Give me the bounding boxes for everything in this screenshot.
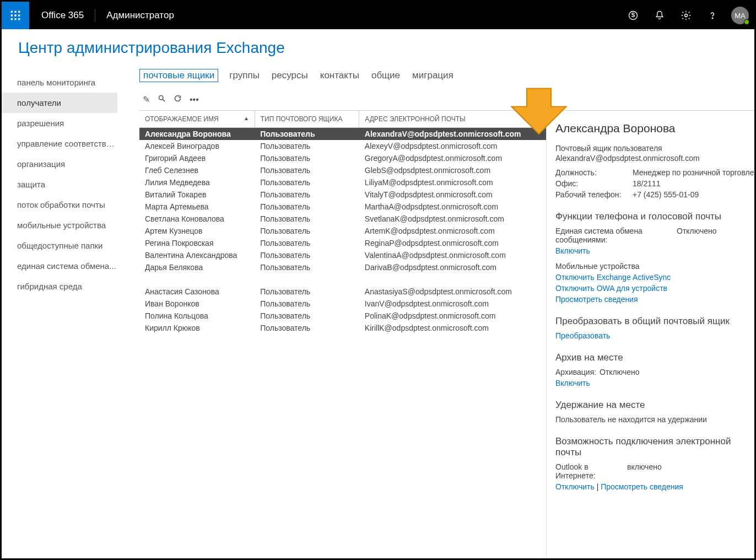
cell-name: Алексей Виноградов <box>139 140 255 152</box>
hold-heading: Удержание на месте <box>555 400 754 411</box>
svg-rect-3 <box>11 14 13 16</box>
refresh-icon[interactable] <box>174 94 182 105</box>
disable-owa-link[interactable]: Отключить OWA для устройств <box>555 284 754 293</box>
svg-point-13 <box>159 96 164 100</box>
brand-label: Office 365 <box>41 10 84 21</box>
table-row[interactable]: Иван ВоронковПользовательIvanV@odpsdptes… <box>139 298 546 310</box>
cell-type: Пользователь <box>255 298 359 310</box>
cell-type: Пользователь <box>255 201 359 213</box>
cell-type: Пользователь <box>255 249 359 261</box>
sidebar-item-5[interactable]: защита <box>2 174 117 195</box>
cell-email: SvetlanaK@odpsdptest.onmicrosoft.com <box>359 213 546 225</box>
svg-rect-5 <box>18 14 20 16</box>
tab-2[interactable]: ресурсы <box>271 69 309 82</box>
sidebar-item-8[interactable]: общедоступные папки <box>2 235 117 256</box>
column-header-0[interactable]: ОТОБРАЖАЕМОЕ ИМЯ▲ <box>139 111 255 128</box>
owa-label: Outlook в Интернете: <box>555 462 627 480</box>
archive-value: Отключено <box>600 368 640 376</box>
cell-email: VitalyT@odpsdptest.onmicrosoft.com <box>359 189 546 201</box>
app-name-label: Администратор <box>95 9 174 22</box>
office-value: 18/2111 <box>633 179 661 188</box>
cell-email: GregoryA@odpsdptest.onmicrosoft.com <box>359 152 546 164</box>
help-icon[interactable] <box>699 2 726 29</box>
cell-name: Глеб Селезнев <box>139 164 255 176</box>
svg-point-11 <box>685 14 688 17</box>
search-icon[interactable] <box>158 94 166 105</box>
disable-activesync-link[interactable]: Отключить Exchange ActiveSync <box>555 273 754 282</box>
table-row <box>139 273 546 286</box>
skype-icon[interactable]: S <box>620 2 646 29</box>
office-label: Офис: <box>555 179 633 188</box>
cell-name: Полина Кольцова <box>139 310 255 322</box>
sidebar-item-9[interactable]: единая система обмена... <box>2 256 117 276</box>
view-details-link[interactable]: Просмотреть сведения <box>555 295 754 304</box>
um-enable-link[interactable]: Включить <box>555 246 754 255</box>
sidebar-item-3[interactable]: управление соответстви... <box>2 133 117 154</box>
cell-email: ArtemK@odpsdptest.onmicrosoft.com <box>359 225 546 237</box>
table-row[interactable]: Кирилл КрюковПользовательKirillK@odpsdpt… <box>139 322 546 334</box>
owa-disable-link[interactable]: Отключить <box>555 482 595 491</box>
sidebar-item-6[interactable]: поток обработки почты <box>2 195 117 215</box>
svg-line-14 <box>163 99 165 101</box>
app-launcher-button[interactable] <box>2 2 29 29</box>
tab-5[interactable]: миграция <box>411 69 455 82</box>
cell-name: Александра Воронова <box>139 128 255 141</box>
tab-0[interactable]: почтовые ящики <box>139 69 218 82</box>
sidebar-item-10[interactable]: гибридная среда <box>2 276 117 297</box>
table-row[interactable]: Александра ВороноваПользовательAlexandra… <box>139 128 546 141</box>
cell-type: Пользователь <box>255 261 359 273</box>
sidebar-item-2[interactable]: разрешения <box>2 113 117 133</box>
svg-rect-2 <box>18 11 20 13</box>
owa-view-details-link[interactable]: Просмотреть сведения <box>601 482 683 491</box>
table-row[interactable]: Марта АртемьеваПользовательMarthaA@odpsd… <box>139 201 546 213</box>
table-row[interactable]: Светлана КоноваловаПользовательSvetlanaK… <box>139 213 546 225</box>
table-row[interactable]: Регина ПокровскаяПользовательReginaP@odp… <box>139 237 546 249</box>
cell-email: LiliyaM@odpsdptest.onmicrosoft.com <box>359 176 546 189</box>
cell-name: Регина Покровская <box>139 237 255 249</box>
cell-email: DarivaB@odpsdptest.onmicrosoft.com <box>359 261 546 273</box>
tab-3[interactable]: контакты <box>319 69 360 82</box>
user-avatar[interactable]: MA <box>731 7 749 24</box>
tabs: почтовые ящикигруппыресурсыконтактыобщие… <box>139 69 754 82</box>
sidebar-item-0[interactable]: панель мониторинга <box>2 72 117 93</box>
table-row[interactable]: Анастасия СазоноваПользовательAnastasiya… <box>139 286 546 298</box>
tab-1[interactable]: группы <box>228 69 261 82</box>
table-row[interactable]: Лилия МедведеваПользовательLiliyaM@odpsd… <box>139 176 546 189</box>
tab-4[interactable]: общие <box>370 69 401 82</box>
table-row[interactable]: Валентина АлександроваПользовательValent… <box>139 249 546 261</box>
svg-rect-6 <box>11 18 13 20</box>
convert-link[interactable]: Преобразовать <box>555 331 754 340</box>
cell-type: Пользователь <box>255 176 359 189</box>
convert-heading: Преобразовать в общий почтовый ящик <box>555 316 754 327</box>
cell-name: Светлана Коновалова <box>139 213 255 225</box>
column-header-1[interactable]: ТИП ПОЧТОВОГО ЯЩИКА <box>255 111 359 128</box>
cell-email: PolinaK@odpsdptest.onmicrosoft.com <box>359 310 546 322</box>
title-value: Менеджер по розничной торговле <box>633 168 754 177</box>
table-row[interactable]: Григорий АвдеевПользовательGregoryA@odps… <box>139 152 546 164</box>
table-row[interactable]: Алексей ВиноградовПользовательAlexeyV@od… <box>139 140 546 152</box>
phone-label: Рабочий телефон: <box>555 190 633 199</box>
sidebar-item-7[interactable]: мобильные устройства <box>2 215 117 235</box>
cell-name: Дарья Белякова <box>139 261 255 273</box>
svg-point-12 <box>712 18 712 18</box>
presence-indicator-icon <box>744 19 749 25</box>
settings-icon[interactable] <box>673 2 699 29</box>
table-row[interactable]: Дарья БеляковаПользовательDarivaB@odpsdp… <box>139 261 546 273</box>
table-row[interactable]: Виталий ТокаревПользовательVitalyT@odpsd… <box>139 189 546 201</box>
sort-asc-icon: ▲ <box>244 115 249 121</box>
table-row[interactable]: Артем КузнецовПользовательArtemK@odpsdpt… <box>139 225 546 237</box>
sidebar-item-4[interactable]: организация <box>2 154 117 174</box>
cell-type: Пользователь <box>255 310 359 322</box>
more-icon[interactable]: ••• <box>190 95 199 105</box>
waffle-icon <box>10 10 21 21</box>
archive-label: Архивация: <box>555 368 600 376</box>
cell-email: AnastasiyaS@odpsdptest.onmicrosoft.com <box>359 286 546 298</box>
notifications-icon[interactable] <box>646 2 673 29</box>
archive-enable-link[interactable]: Включить <box>555 379 754 387</box>
cell-name: Артем Кузнецов <box>139 225 255 237</box>
sidebar-item-1[interactable]: получатели <box>2 93 117 113</box>
edit-icon[interactable]: ✎ <box>143 94 150 105</box>
table-row[interactable]: Полина КольцоваПользовательPolinaK@odpsd… <box>139 310 546 322</box>
table-row[interactable]: Глеб СелезневПользовательGlebS@odpsdptes… <box>139 164 546 176</box>
cell-type: Пользователь <box>255 237 359 249</box>
